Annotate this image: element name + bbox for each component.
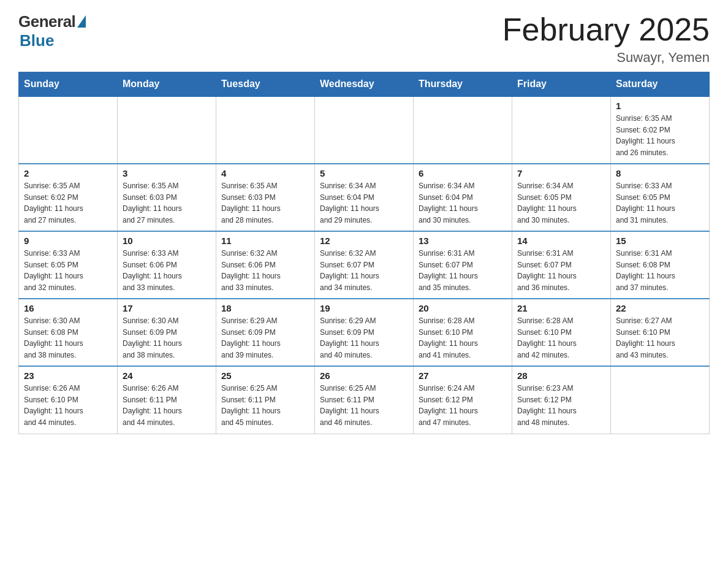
- calendar-day-header: Tuesday: [216, 72, 315, 97]
- day-number: 3: [123, 168, 211, 178]
- day-number: 28: [517, 370, 605, 381]
- day-number: 2: [24, 168, 112, 178]
- calendar-day-cell: 9Sunrise: 6:33 AM Sunset: 6:05 PM Daylig…: [19, 231, 118, 299]
- day-info: Sunrise: 6:33 AM Sunset: 6:06 PM Dayligh…: [123, 248, 211, 293]
- calendar-week-row: 2Sunrise: 6:35 AM Sunset: 6:02 PM Daylig…: [19, 164, 710, 231]
- calendar-day-cell: [118, 96, 216, 164]
- calendar-day-cell: 3Sunrise: 6:35 AM Sunset: 6:03 PM Daylig…: [118, 164, 216, 231]
- calendar-day-header: Sunday: [19, 72, 118, 97]
- calendar-day-cell: 7Sunrise: 6:34 AM Sunset: 6:05 PM Daylig…: [512, 164, 611, 231]
- day-number: 20: [419, 303, 507, 313]
- calendar-day-cell: 17Sunrise: 6:30 AM Sunset: 6:09 PM Dayli…: [118, 299, 216, 366]
- day-info: Sunrise: 6:28 AM Sunset: 6:10 PM Dayligh…: [517, 315, 605, 361]
- day-info: Sunrise: 6:32 AM Sunset: 6:06 PM Dayligh…: [221, 248, 309, 293]
- day-info: Sunrise: 6:23 AM Sunset: 6:12 PM Dayligh…: [517, 383, 605, 428]
- calendar-day-cell: 6Sunrise: 6:34 AM Sunset: 6:04 PM Daylig…: [414, 164, 512, 231]
- day-info: Sunrise: 6:35 AM Sunset: 6:03 PM Dayligh…: [123, 180, 211, 226]
- day-info: Sunrise: 6:35 AM Sunset: 6:02 PM Dayligh…: [24, 180, 112, 226]
- day-info: Sunrise: 6:31 AM Sunset: 6:07 PM Dayligh…: [517, 248, 605, 293]
- day-number: 15: [616, 236, 704, 246]
- page-header: General Blue February 2025 Suwayr, Yemen: [18, 12, 710, 66]
- calendar-day-cell: [216, 96, 315, 164]
- day-info: Sunrise: 6:29 AM Sunset: 6:09 PM Dayligh…: [221, 315, 309, 361]
- day-number: 21: [517, 303, 605, 313]
- calendar-day-cell: 5Sunrise: 6:34 AM Sunset: 6:04 PM Daylig…: [315, 164, 414, 231]
- day-info: Sunrise: 6:24 AM Sunset: 6:12 PM Dayligh…: [419, 383, 507, 428]
- calendar-week-row: 16Sunrise: 6:30 AM Sunset: 6:08 PM Dayli…: [19, 299, 710, 366]
- day-info: Sunrise: 6:34 AM Sunset: 6:04 PM Dayligh…: [419, 180, 507, 226]
- calendar-day-cell: 11Sunrise: 6:32 AM Sunset: 6:06 PM Dayli…: [216, 231, 315, 299]
- calendar-week-row: 23Sunrise: 6:26 AM Sunset: 6:10 PM Dayli…: [19, 366, 710, 434]
- day-number: 10: [123, 236, 211, 246]
- day-number: 18: [221, 303, 309, 313]
- day-info: Sunrise: 6:35 AM Sunset: 6:03 PM Dayligh…: [221, 180, 309, 226]
- day-info: Sunrise: 6:26 AM Sunset: 6:11 PM Dayligh…: [123, 383, 211, 428]
- day-number: 27: [419, 370, 507, 381]
- calendar-day-cell: 18Sunrise: 6:29 AM Sunset: 6:09 PM Dayli…: [216, 299, 315, 366]
- day-number: 6: [419, 168, 507, 178]
- calendar-table: SundayMondayTuesdayWednesdayThursdayFrid…: [18, 72, 710, 434]
- logo-triangle-icon: [77, 15, 86, 28]
- calendar-day-cell: 2Sunrise: 6:35 AM Sunset: 6:02 PM Daylig…: [19, 164, 118, 231]
- day-info: Sunrise: 6:29 AM Sunset: 6:09 PM Dayligh…: [320, 315, 408, 361]
- day-info: Sunrise: 6:25 AM Sunset: 6:11 PM Dayligh…: [320, 383, 408, 428]
- location-subtitle: Suwayr, Yemen: [502, 50, 710, 66]
- logo-general-text: General: [18, 12, 75, 31]
- day-number: 24: [123, 370, 211, 381]
- title-area: February 2025 Suwayr, Yemen: [502, 12, 710, 66]
- day-number: 23: [24, 370, 112, 381]
- calendar-day-cell: 14Sunrise: 6:31 AM Sunset: 6:07 PM Dayli…: [512, 231, 611, 299]
- logo-blue-text: Blue: [20, 31, 54, 50]
- calendar-day-cell: 22Sunrise: 6:27 AM Sunset: 6:10 PM Dayli…: [611, 299, 710, 366]
- day-number: 12: [320, 236, 408, 246]
- day-info: Sunrise: 6:31 AM Sunset: 6:08 PM Dayligh…: [616, 248, 704, 293]
- day-info: Sunrise: 6:30 AM Sunset: 6:08 PM Dayligh…: [24, 315, 112, 361]
- day-number: 11: [221, 236, 309, 246]
- calendar-day-cell: 12Sunrise: 6:32 AM Sunset: 6:07 PM Dayli…: [315, 231, 414, 299]
- day-number: 26: [320, 370, 408, 381]
- calendar-week-row: 9Sunrise: 6:33 AM Sunset: 6:05 PM Daylig…: [19, 231, 710, 299]
- calendar-day-cell: 13Sunrise: 6:31 AM Sunset: 6:07 PM Dayli…: [414, 231, 512, 299]
- day-number: 7: [517, 168, 605, 178]
- calendar-day-header: Thursday: [414, 72, 512, 97]
- day-number: 1: [616, 101, 704, 111]
- calendar-day-cell: 8Sunrise: 6:33 AM Sunset: 6:05 PM Daylig…: [611, 164, 710, 231]
- calendar-day-header: Wednesday: [315, 72, 414, 97]
- day-number: 19: [320, 303, 408, 313]
- logo: General Blue: [18, 12, 86, 50]
- day-number: 14: [517, 236, 605, 246]
- calendar-day-cell: 4Sunrise: 6:35 AM Sunset: 6:03 PM Daylig…: [216, 164, 315, 231]
- calendar-day-cell: [414, 96, 512, 164]
- day-number: 22: [616, 303, 704, 313]
- calendar-day-header: Monday: [118, 72, 216, 97]
- calendar-day-cell: [19, 96, 118, 164]
- calendar-day-cell: 27Sunrise: 6:24 AM Sunset: 6:12 PM Dayli…: [414, 366, 512, 434]
- calendar-day-cell: [315, 96, 414, 164]
- calendar-day-cell: 26Sunrise: 6:25 AM Sunset: 6:11 PM Dayli…: [315, 366, 414, 434]
- calendar-header-row: SundayMondayTuesdayWednesdayThursdayFrid…: [19, 72, 710, 97]
- calendar-day-cell: 25Sunrise: 6:25 AM Sunset: 6:11 PM Dayli…: [216, 366, 315, 434]
- calendar-day-cell: 1Sunrise: 6:35 AM Sunset: 6:02 PM Daylig…: [611, 96, 710, 164]
- day-info: Sunrise: 6:33 AM Sunset: 6:05 PM Dayligh…: [616, 180, 704, 226]
- day-info: Sunrise: 6:34 AM Sunset: 6:05 PM Dayligh…: [517, 180, 605, 226]
- day-info: Sunrise: 6:28 AM Sunset: 6:10 PM Dayligh…: [419, 315, 507, 361]
- day-number: 4: [221, 168, 309, 178]
- day-info: Sunrise: 6:30 AM Sunset: 6:09 PM Dayligh…: [123, 315, 211, 361]
- calendar-day-header: Saturday: [611, 72, 710, 97]
- month-title: February 2025: [502, 12, 710, 47]
- calendar-day-cell: 24Sunrise: 6:26 AM Sunset: 6:11 PM Dayli…: [118, 366, 216, 434]
- calendar-day-cell: 28Sunrise: 6:23 AM Sunset: 6:12 PM Dayli…: [512, 366, 611, 434]
- calendar-day-cell: 19Sunrise: 6:29 AM Sunset: 6:09 PM Dayli…: [315, 299, 414, 366]
- day-info: Sunrise: 6:31 AM Sunset: 6:07 PM Dayligh…: [419, 248, 507, 293]
- calendar-day-cell: 20Sunrise: 6:28 AM Sunset: 6:10 PM Dayli…: [414, 299, 512, 366]
- day-info: Sunrise: 6:27 AM Sunset: 6:10 PM Dayligh…: [616, 315, 704, 361]
- day-number: 25: [221, 370, 309, 381]
- calendar-day-cell: 15Sunrise: 6:31 AM Sunset: 6:08 PM Dayli…: [611, 231, 710, 299]
- day-info: Sunrise: 6:26 AM Sunset: 6:10 PM Dayligh…: [24, 383, 112, 428]
- calendar-day-cell: 10Sunrise: 6:33 AM Sunset: 6:06 PM Dayli…: [118, 231, 216, 299]
- calendar-day-cell: 16Sunrise: 6:30 AM Sunset: 6:08 PM Dayli…: [19, 299, 118, 366]
- day-info: Sunrise: 6:34 AM Sunset: 6:04 PM Dayligh…: [320, 180, 408, 226]
- day-number: 13: [419, 236, 507, 246]
- day-info: Sunrise: 6:33 AM Sunset: 6:05 PM Dayligh…: [24, 248, 112, 293]
- day-number: 16: [24, 303, 112, 313]
